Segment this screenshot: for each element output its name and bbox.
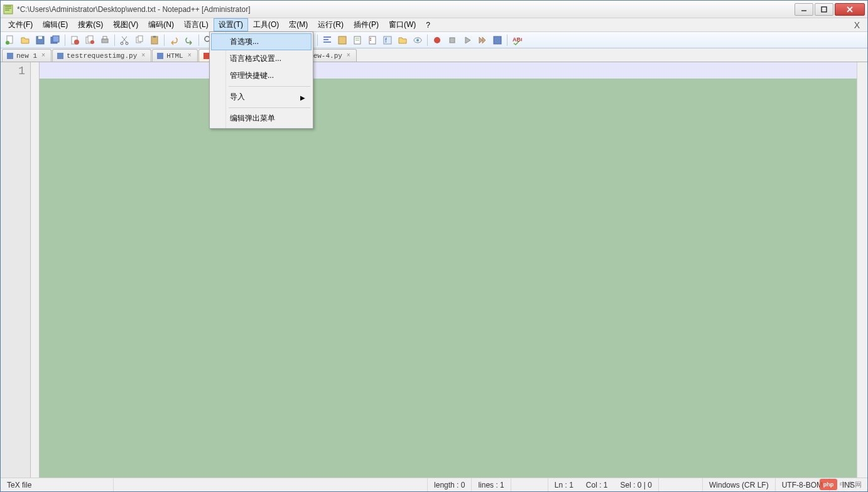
tab-close-x[interactable]: X	[849, 18, 865, 31]
status-ln: Ln : 1	[548, 478, 580, 491]
toolbar-separator	[164, 35, 165, 46]
current-line-highlight	[40, 62, 857, 79]
menu-window[interactable]: 窗口(W)	[384, 18, 421, 31]
play-icon[interactable]	[460, 33, 474, 47]
close-file-icon[interactable]	[68, 33, 82, 47]
tab-new1[interactable]: new 1 ×	[2, 49, 52, 62]
status-lines: lines : 1	[472, 478, 510, 491]
toolbar: ¶ f ABC	[1, 32, 867, 48]
svg-rect-2	[822, 7, 827, 12]
menu-macro[interactable]: 宏(M)	[284, 18, 313, 31]
tab-close-icon[interactable]: ×	[40, 52, 47, 60]
file-saved-icon	[57, 52, 64, 60]
close-all-icon[interactable]	[83, 33, 97, 47]
maximize-button[interactable]	[815, 3, 833, 16]
copy-icon[interactable]	[133, 33, 146, 47]
undo-icon[interactable]	[167, 33, 181, 47]
menu-search[interactable]: 搜索(S)	[73, 18, 108, 31]
svg-point-43	[434, 37, 440, 43]
doc-map-icon[interactable]	[350, 33, 364, 47]
status-spacer	[114, 478, 428, 491]
paste-icon[interactable]	[148, 33, 161, 47]
menu-settings[interactable]: 设置(T)	[214, 18, 248, 31]
print-icon[interactable]	[98, 33, 112, 47]
vertical-scrollbar[interactable]	[857, 62, 867, 478]
menu-tools[interactable]: 工具(O)	[248, 18, 284, 31]
svg-rect-45	[494, 36, 501, 44]
monitor-icon[interactable]	[411, 33, 425, 47]
menu-file[interactable]: 文件(F)	[3, 18, 38, 31]
text-area[interactable]	[40, 62, 857, 478]
menu-view[interactable]: 视图(V)	[108, 18, 143, 31]
folder-workspace-icon[interactable]	[396, 33, 410, 47]
status-length: length : 0	[428, 478, 472, 491]
svg-rect-44	[450, 38, 455, 43]
save-all-icon[interactable]	[48, 33, 62, 47]
toolbar-separator	[114, 35, 115, 46]
menu-run[interactable]: 运行(R)	[313, 18, 349, 31]
tab-close-icon[interactable]: ×	[345, 52, 352, 60]
status-spacer3	[659, 478, 703, 491]
open-file-icon[interactable]	[18, 33, 32, 47]
tab-label: testrequestimg.py	[67, 52, 137, 60]
file-saved-icon	[6, 52, 14, 60]
tab-label: new-4.py	[309, 52, 342, 60]
svg-rect-14	[102, 39, 108, 43]
menu-help[interactable]: ?	[421, 18, 435, 31]
tab-close-icon[interactable]: ×	[186, 52, 193, 60]
save-macro-icon[interactable]	[491, 33, 504, 47]
dropdown-separator	[229, 107, 310, 108]
menu-encoding[interactable]: 编码(N)	[143, 18, 179, 31]
menu-shortcut-mapper[interactable]: 管理快捷键...	[211, 67, 312, 84]
function-list-icon[interactable]: f	[381, 33, 394, 47]
menubar: 文件(F) 编辑(E) 搜索(S) 视图(V) 编码(N) 语言(L) 设置(T…	[1, 18, 867, 32]
tab-label: new 1	[16, 52, 37, 60]
close-button[interactable]	[835, 3, 865, 16]
doc-list-icon[interactable]	[366, 33, 379, 47]
userlang-icon[interactable]	[335, 33, 349, 47]
menu-edit[interactable]: 编辑(E)	[38, 18, 73, 31]
file-saved-icon	[156, 52, 164, 60]
playback-multi-icon[interactable]	[475, 33, 489, 47]
menu-language[interactable]: 语言(L)	[179, 18, 214, 31]
svg-point-10	[74, 40, 79, 45]
window-title: *C:\Users\Administrator\Desktop\wend.txt…	[17, 5, 793, 14]
record-icon[interactable]	[430, 33, 444, 47]
menu-plugins[interactable]: 插件(P)	[349, 18, 384, 31]
svg-rect-47	[7, 53, 13, 59]
submenu-arrow-icon: ▶	[300, 94, 305, 101]
settings-dropdown: 首选项... 语言格式设置... 管理快捷键... 导入▶ 编辑弹出菜单	[209, 31, 313, 129]
svg-point-4	[6, 41, 9, 45]
show-indent-icon[interactable]	[320, 33, 334, 47]
svg-rect-8	[53, 36, 59, 42]
svg-rect-21	[153, 36, 156, 38]
tabbar: new 1 × testrequestimg.py × HTML × wen ×…	[1, 48, 867, 62]
menu-edit-popup[interactable]: 编辑弹出菜单	[211, 110, 312, 127]
svg-rect-15	[103, 36, 107, 39]
menu-import[interactable]: 导入▶	[211, 89, 312, 106]
redo-icon[interactable]	[182, 33, 196, 47]
status-eol[interactable]: Windows (CR LF)	[703, 478, 776, 491]
line-number: 1	[1, 65, 25, 77]
titlebar: *C:\Users\Administrator\Desktop\wend.txt…	[1, 1, 867, 18]
statusbar: TeX file length : 0 lines : 1 Ln : 1 Col…	[1, 478, 867, 491]
app-window: *C:\Users\Administrator\Desktop\wend.txt…	[0, 0, 868, 492]
stop-icon[interactable]	[445, 33, 459, 47]
save-icon[interactable]	[33, 33, 47, 47]
new-file-icon[interactable]	[3, 33, 17, 47]
svg-text:ABC: ABC	[513, 36, 522, 43]
menu-style-configurator[interactable]: 语言格式设置...	[211, 50, 312, 67]
line-number-gutter: 1	[1, 62, 31, 478]
menu-preferences[interactable]: 首选项...	[211, 33, 312, 50]
svg-point-38	[370, 40, 371, 41]
minimize-button[interactable]	[795, 3, 813, 16]
status-spacer2	[511, 478, 548, 491]
cut-icon[interactable]	[117, 33, 131, 47]
svg-point-37	[370, 38, 371, 39]
toolbar-separator	[427, 35, 428, 46]
tab-testrequestimg[interactable]: testrequestimg.py ×	[52, 49, 151, 62]
tab-html[interactable]: HTML ×	[152, 49, 197, 62]
spellcheck-icon[interactable]: ABC	[510, 33, 524, 47]
tab-close-icon[interactable]: ×	[139, 52, 147, 60]
svg-rect-49	[157, 53, 163, 59]
